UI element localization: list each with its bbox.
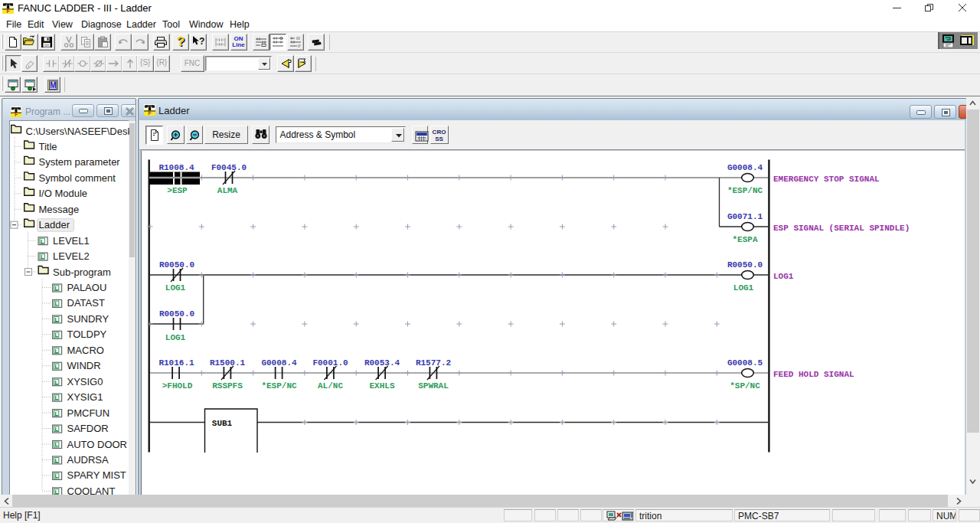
svg-text:>ESP: >ESP xyxy=(167,186,188,195)
svg-text:XYSIG1: XYSIG1 xyxy=(67,391,103,403)
svg-text:L: L xyxy=(54,285,58,292)
svg-text:L: L xyxy=(54,300,58,307)
svg-text:LOG1: LOG1 xyxy=(165,283,186,293)
svg-text:SUNDRY: SUNDRY xyxy=(67,313,109,325)
svg-text:LEVEL1: LEVEL1 xyxy=(53,235,90,247)
svg-text:?: ? xyxy=(199,36,204,47)
svg-text:L: L xyxy=(41,238,44,245)
svg-text:F0045.0: F0045.0 xyxy=(211,163,247,172)
svg-text:Title: Title xyxy=(39,141,57,152)
svg-text:R0050.0: R0050.0 xyxy=(159,309,194,319)
svg-text:PMCFUN: PMCFUN xyxy=(67,407,110,419)
svg-text:WINDR: WINDR xyxy=(67,360,101,371)
svg-text:AUDRSA: AUDRSA xyxy=(67,454,109,466)
svg-text:SPWRAL: SPWRAL xyxy=(418,381,449,391)
svg-text:LOG1: LOG1 xyxy=(773,272,794,281)
svg-text:SPARY MIST: SPARY MIST xyxy=(67,469,126,481)
svg-text:R0050.0: R0050.0 xyxy=(727,260,763,270)
svg-text:M: M xyxy=(50,81,56,90)
svg-text:EXHLS: EXHLS xyxy=(369,381,394,391)
svg-text:R0050.0: R0050.0 xyxy=(159,260,194,270)
svg-text:C:\Users\NASEEF\Deskt: C:\Users\NASEEF\Deskt xyxy=(26,126,130,137)
svg-text:Symbol comment: Symbol comment xyxy=(39,172,116,184)
svg-text:System parameter: System parameter xyxy=(39,156,121,168)
svg-text:Ladder: Ladder xyxy=(39,219,70,230)
svg-text:R0053.4: R0053.4 xyxy=(364,358,400,368)
svg-text:XYSIG0: XYSIG0 xyxy=(67,376,103,387)
svg-text:F0001.0: F0001.0 xyxy=(312,358,348,368)
svg-text:L: L xyxy=(41,253,44,260)
svg-text:F: F xyxy=(7,8,11,14)
svg-text:LOG1: LOG1 xyxy=(733,283,754,293)
svg-text:ESP SIGNAL (SERIAL SPINDLE): ESP SIGNAL (SERIAL SPINDLE) xyxy=(773,224,910,233)
svg-text:L: L xyxy=(54,472,58,479)
svg-text:LOG1: LOG1 xyxy=(165,333,186,342)
svg-text:>FHOLD: >FHOLD xyxy=(162,381,193,391)
svg-text:L: L xyxy=(54,394,58,401)
svg-text:R1577.2: R1577.2 xyxy=(416,358,451,368)
svg-text:G0008.5: G0008.5 xyxy=(727,358,763,368)
svg-text:R1500.1: R1500.1 xyxy=(210,358,246,368)
svg-text:FEED HOLD SIGNAL: FEED HOLD SIGNAL xyxy=(773,370,854,379)
svg-text:Message: Message xyxy=(39,204,80,215)
svg-text:I/O Module: I/O Module xyxy=(39,188,88,199)
svg-text:L: L xyxy=(54,363,58,370)
svg-text:L: L xyxy=(54,348,58,355)
svg-text:*ESPA: *ESPA xyxy=(732,235,757,244)
svg-text:L: L xyxy=(54,379,58,386)
svg-text:L: L xyxy=(54,332,58,338)
svg-text:F: F xyxy=(149,110,152,116)
svg-text:*ESP/NC: *ESP/NC xyxy=(727,186,763,195)
svg-text:LEVEL2: LEVEL2 xyxy=(53,250,90,262)
svg-text:F: F xyxy=(15,112,18,117)
svg-text:L: L xyxy=(54,316,58,323)
svg-text:G0008.4: G0008.4 xyxy=(261,358,297,368)
svg-text:DATAST: DATAST xyxy=(67,297,105,309)
svg-text:L: L xyxy=(54,410,58,417)
svg-text:MACRO: MACRO xyxy=(67,345,104,356)
svg-text:SUB1: SUB1 xyxy=(212,419,233,428)
svg-text:AL/NC: AL/NC xyxy=(318,381,343,391)
svg-text:L: L xyxy=(54,426,58,433)
svg-text:R1008.4: R1008.4 xyxy=(158,163,194,172)
svg-text:*ESP/NC: *ESP/NC xyxy=(261,381,297,391)
svg-text:G0071.1: G0071.1 xyxy=(727,212,763,221)
svg-text:Sub-program: Sub-program xyxy=(53,266,111,278)
svg-text:PALAOU: PALAOU xyxy=(67,282,107,293)
svg-text:SAFDOR: SAFDOR xyxy=(67,423,109,434)
svg-text:RSSPFS: RSSPFS xyxy=(212,381,243,391)
svg-text:L: L xyxy=(54,441,58,448)
svg-text:AUTO DOOR: AUTO DOOR xyxy=(67,439,128,450)
svg-text:R1016.1: R1016.1 xyxy=(158,358,194,368)
svg-text:ALMA: ALMA xyxy=(217,186,238,195)
svg-text:TOLDPY: TOLDPY xyxy=(67,329,107,340)
svg-text:*SP/NC: *SP/NC xyxy=(730,381,760,391)
svg-text:EMERGENCY STOP SIGNAL: EMERGENCY STOP SIGNAL xyxy=(773,175,880,184)
svg-text:L: L xyxy=(54,457,58,464)
svg-text:G0008.4: G0008.4 xyxy=(727,163,763,172)
